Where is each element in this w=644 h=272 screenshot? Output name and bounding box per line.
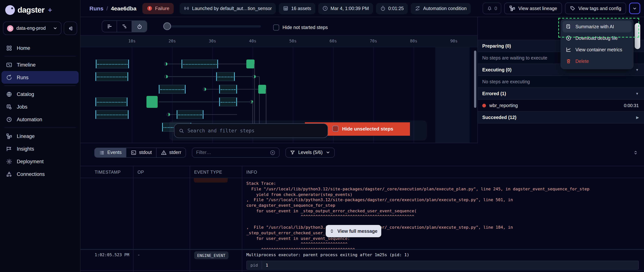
annotation-highlight-green [558, 18, 639, 37]
gantt-flat-view-button[interactable] [102, 21, 117, 32]
metrics-icon [566, 47, 572, 52]
tab-events[interactable]: Events [95, 148, 126, 157]
events-filter-input[interactable]: Filter… [192, 147, 280, 157]
sidebar-item-timeline[interactable]: Timeline [2, 58, 79, 71]
sidebar-item-label: Runs [17, 75, 28, 80]
gantt-step-pending[interactable] [96, 97, 128, 106]
tab-stderr[interactable]: stderr [157, 148, 186, 157]
sidebar-item-label: Catalog [17, 91, 34, 97]
list-icon [99, 150, 105, 155]
workspace-avatar: D [7, 25, 14, 31]
event-row[interactable]: 1:02:05.523 PM-ENGINE_EVENTMultiprocess … [80, 250, 644, 270]
view-asset-lineage-button[interactable]: View asset lineage [504, 2, 562, 14]
gantt-timed-view-button[interactable] [132, 21, 147, 32]
gantt-step-succeeded[interactable] [258, 85, 266, 94]
sidebar-item-deployment[interactable]: Deployment [2, 155, 79, 168]
collapse-icon [68, 25, 73, 31]
slider-handle[interactable] [163, 22, 171, 30]
sidebar-item-label: Deployment [17, 159, 44, 164]
checkbox[interactable] [273, 24, 279, 30]
event-op: - [138, 253, 140, 257]
workspace-picker[interactable]: D data-eng-prod [3, 21, 62, 35]
gantt-step-pending[interactable] [96, 59, 129, 68]
funnel-icon [290, 150, 295, 155]
deployment-icon [6, 158, 12, 164]
panel-section-succeeded[interactable]: Succeeded (12)▶ [478, 111, 644, 123]
panel-section-errored[interactable]: Errored (1)▼ [478, 87, 644, 99]
sidebar-item-runs[interactable]: Runs [2, 71, 79, 84]
gantt-step-pending[interactable] [219, 97, 237, 106]
run-tag-pill[interactable]: 16 assets [279, 3, 315, 14]
dagster-logo-icon [5, 5, 15, 15]
sidebar-item-home[interactable]: Home [2, 42, 79, 54]
gantt-step-succeeded[interactable] [146, 96, 158, 108]
run-tag-pill[interactable]: 0:01:25 [376, 3, 408, 14]
menu-item-view-container-metrics[interactable]: View container metrics [562, 44, 632, 55]
sidebar-item-automation[interactable]: Automation [2, 113, 79, 126]
gantt-step-pending[interactable] [96, 72, 128, 81]
chevron-down-icon [632, 6, 637, 10]
axis-tick: 70s [370, 39, 377, 43]
gantt-step-pending[interactable] [159, 85, 186, 94]
event-row[interactable]: 1:02:05.596 PM-RUN_FAILUREExecution run … [80, 270, 644, 272]
alerts-count: 0 [494, 6, 497, 11]
gantt-step-succeeded[interactable] [246, 59, 254, 68]
panel-empty-message: No steps are executing [478, 75, 644, 87]
pill-label: 0:01:25 [388, 6, 404, 11]
step-search-input[interactable]: Search and filter steps [174, 124, 328, 138]
view-tags-and-config-button[interactable]: View tags and config [565, 2, 626, 14]
sidebar-item-catalog[interactable]: Catalog [2, 88, 79, 100]
alerts-bell[interactable]: 0 [483, 2, 501, 14]
menu-item-delete[interactable]: Delete [562, 55, 632, 67]
run-actions-dropdown-button[interactable] [629, 2, 640, 14]
section-label: Errored (1) [482, 91, 506, 96]
bell-icon [487, 5, 492, 11]
step-duration: 0:00:31 [624, 103, 639, 108]
expand-panel-button[interactable] [633, 150, 638, 155]
tab-stdout[interactable]: stdout [126, 148, 156, 157]
gantt-chart[interactable]: Search and filter steps Hide unselected … [80, 47, 478, 143]
run-tag-pill[interactable]: Mar 4, 1:00:39 PM [318, 3, 373, 14]
sidebar-item-label: Automation [17, 117, 42, 122]
breadcrumb-runs-link[interactable]: Runs [90, 5, 104, 11]
empty-label: No steps are waiting to execute [482, 55, 547, 60]
updown-icon [330, 229, 334, 234]
run-tag-pill[interactable]: Launched by default_aut…tion_sensor [180, 3, 276, 14]
gantt-scrollbar[interactable] [474, 51, 476, 108]
gantt-step-pending[interactable] [96, 110, 128, 119]
meta-key: pid [247, 261, 262, 269]
sidebar-item-insights[interactable]: Insights [2, 142, 79, 155]
workspace-name: data-eng-prod [16, 26, 50, 31]
lineage-icon [6, 133, 12, 139]
gantt-step-pending[interactable] [182, 59, 218, 68]
gantt-connector-dot [252, 75, 256, 78]
hide-unselected-checkbox[interactable]: Hide unselected steps [332, 126, 393, 132]
column-header-timestamp: TIMESTAMP [95, 170, 121, 174]
gantt-zoom-slider[interactable] [164, 25, 261, 27]
collapse-sidebar-button[interactable] [64, 21, 77, 35]
search-icon [179, 128, 184, 133]
run-tag-pill[interactable]: Automation condition [411, 3, 471, 14]
sidebar: dagster + D data-eng-prod HomeTimelineRu… [0, 0, 80, 272]
tab-label: stderr [170, 150, 181, 155]
sidebar-item-jobs[interactable]: Jobs [2, 100, 79, 113]
automation-condition-icon [415, 5, 420, 11]
sidebar-item-lineage[interactable]: Lineage [2, 130, 79, 142]
gantt-step-pending[interactable] [177, 110, 204, 119]
chevron-down-icon [326, 150, 330, 155]
panel-step-wbr_reporting[interactable]: wbr_reporting0:00:31 [478, 99, 644, 111]
section-label: Succeeded (12) [482, 115, 516, 120]
gantt-step-pending[interactable] [216, 72, 235, 81]
search-placeholder: Search and filter steps [188, 128, 254, 134]
stopwatch-icon [380, 5, 386, 11]
levels-dropdown[interactable]: Levels (5/6) [286, 147, 334, 157]
hide-not-started-checkbox[interactable]: Hide not started steps [273, 24, 328, 30]
gantt-waterfall-view-button[interactable] [117, 21, 132, 32]
checkbox[interactable] [332, 126, 338, 132]
gantt-step-pending[interactable] [219, 85, 237, 94]
event-info: Multiprocess executor: parent process ex… [246, 253, 409, 257]
sidebar-item-connections[interactable]: Connections [2, 168, 79, 180]
view-full-message-button[interactable]: View full message [326, 225, 381, 237]
clear-filter-icon[interactable] [270, 150, 276, 155]
pill-label: Automation condition [423, 6, 467, 11]
